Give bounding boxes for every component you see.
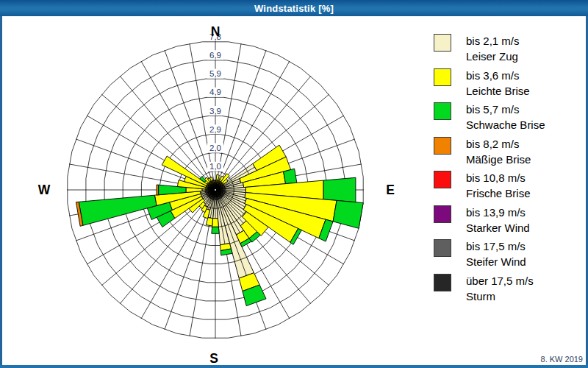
rose-segment-schwache-brise [323, 177, 356, 202]
legend-speed-label: über 17,5 m/s [466, 273, 534, 289]
compass-label-e: E [386, 183, 395, 197]
legend-class-name: Schwache Brise [466, 117, 545, 132]
legend-item: über 17,5 m/sSturm [434, 273, 581, 308]
ring-tick-label: 5,9 [209, 69, 221, 78]
legend-color-swatch [434, 137, 451, 155]
legend-color-swatch [434, 34, 451, 52]
legend-item: bis 5,7 m/sSchwache Brise [434, 102, 581, 136]
footer-week-label: 8. KW 2019 [541, 355, 583, 364]
legend-item-text: bis 8,2 m/sMäßige Brise [466, 136, 531, 167]
ring-tick-label: 6,9 [209, 51, 221, 60]
legend-item-text: bis 17,5 m/sSteifer Wind [466, 238, 526, 269]
legend-color-swatch [434, 102, 451, 120]
legend-speed-label: bis 2,1 m/s [466, 33, 520, 49]
legend-item-text: bis 3,6 m/sLeichte Brise [466, 68, 530, 99]
legend-item: bis 10,8 m/sFrische Brise [434, 170, 581, 205]
legend-item-text: bis 2,1 m/sLeiser Zug [466, 33, 520, 64]
ring-tick-label: 3,9 [209, 107, 221, 116]
legend-speed-label: bis 17,5 m/s [466, 238, 526, 254]
compass-label-w: W [38, 183, 51, 197]
legend-item: bis 8,2 m/sMäßige Brise [434, 136, 581, 171]
rose-segment-m-ige-brise [157, 185, 159, 195]
legend-item: bis 13,9 m/sStarker Wind [434, 205, 581, 239]
legend-color-swatch [434, 171, 451, 188]
legend-item-text: über 17,5 m/sSturm [466, 273, 534, 304]
legend-item: bis 3,6 m/sLeichte Brise [434, 68, 581, 102]
legend-item: bis 2,1 m/sLeiser Zug [434, 33, 581, 68]
legend-item: bis 17,5 m/sSteifer Wind [434, 238, 581, 273]
rose-segment-schwache-brise [79, 195, 157, 225]
legend-item-text: bis 13,9 m/sStarker Wind [466, 205, 530, 236]
legend-class-name: Mäßige Brise [466, 152, 531, 167]
window-border-bottom [0, 365, 588, 368]
legend: bis 2,1 m/sLeiser Zugbis 3,6 m/sLeichte … [434, 33, 581, 307]
legend-speed-label: bis 3,6 m/s [466, 68, 530, 83]
legend-class-name: Leichte Brise [466, 83, 530, 99]
legend-class-name: Leiser Zug [466, 49, 520, 64]
legend-color-swatch [434, 239, 451, 257]
legend-color-swatch [434, 205, 451, 223]
legend-color-swatch [434, 274, 451, 291]
ring-tick-label: 1,0 [209, 162, 221, 171]
ring-tick-label: 2,0 [209, 144, 221, 152]
legend-class-name: Steifer Wind [466, 254, 526, 269]
rose-segment-schwache-brise [284, 169, 297, 183]
legend-class-name: Frische Brise [466, 185, 531, 201]
rose-grid-spoke [101, 94, 215, 190]
legend-speed-label: bis 8,2 m/s [466, 136, 531, 152]
rose-segment-schwache-brise [212, 227, 219, 233]
rose-grid-spoke [120, 76, 215, 190]
legend-speed-label: bis 13,9 m/s [466, 205, 530, 220]
legend-speed-label: bis 10,8 m/s [466, 170, 531, 185]
rose-segment-leichte-brise [212, 219, 219, 227]
rose-segment-leichte-brise [206, 218, 212, 227]
legend-item-text: bis 10,8 m/sFrische Brise [466, 170, 531, 201]
rose-segment-schwache-brise [333, 200, 363, 228]
ring-tick-label: 2,9 [209, 125, 221, 134]
legend-speed-label: bis 5,7 m/s [466, 102, 545, 117]
legend-item-text: bis 5,7 m/sSchwache Brise [466, 102, 545, 132]
legend-class-name: Starker Wind [466, 220, 530, 236]
compass-label-n: N [211, 24, 220, 39]
ring-tick-label: 4,9 [209, 88, 221, 96]
rose-center-point [215, 189, 216, 191]
legend-class-name: Sturm [466, 289, 534, 304]
legend-color-swatch [434, 68, 451, 86]
compass-label-s: S [209, 351, 218, 366]
